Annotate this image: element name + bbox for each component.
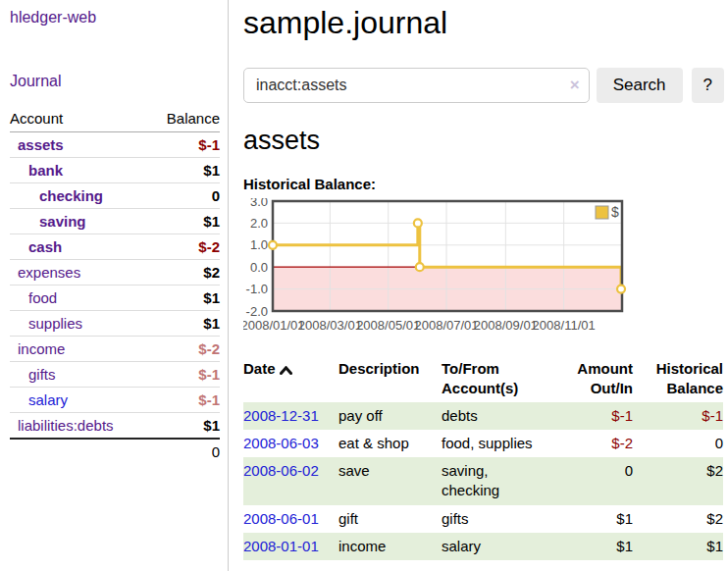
account-link[interactable]: supplies xyxy=(28,315,82,332)
account-link[interactable]: food xyxy=(28,289,57,306)
account-row: bank $1 xyxy=(10,158,220,183)
account-row: cash $-2 xyxy=(10,234,220,260)
transaction-accounts: saving, checking xyxy=(442,457,562,505)
balance-chart-container: $3.02.01.00.0-1.0-2.02008/01/012008/03/0… xyxy=(243,198,628,343)
transaction-row: 2008-06-01 gift gifts $1 $2 xyxy=(243,505,723,533)
transaction-date-link[interactable]: 2008-06-01 xyxy=(243,510,319,527)
account-row: expenses $2 xyxy=(10,260,220,286)
column-header-amount[interactable]: Amount Out/In xyxy=(562,356,633,402)
help-button[interactable]: ? xyxy=(692,68,724,103)
svg-text:2.0: 2.0 xyxy=(250,216,268,231)
account-row: gifts $-1 xyxy=(10,362,220,388)
account-heading: assets xyxy=(243,126,724,156)
transaction-balance: $2 xyxy=(633,505,723,533)
transaction-amount: $-2 xyxy=(562,430,633,457)
transaction-accounts: salary xyxy=(442,533,562,560)
account-row: salary $-1 xyxy=(10,388,220,413)
transaction-description: gift xyxy=(338,505,442,533)
transaction-date-link[interactable]: 2008-06-02 xyxy=(243,462,319,479)
svg-text:2008/03/01: 2008/03/01 xyxy=(298,318,362,333)
account-link[interactable]: salary xyxy=(28,391,68,408)
search-button[interactable]: Search xyxy=(597,68,683,103)
transaction-accounts: debts xyxy=(442,402,562,430)
account-link[interactable]: cash xyxy=(28,238,62,255)
svg-text:0.0: 0.0 xyxy=(250,260,268,275)
svg-text:-2.0: -2.0 xyxy=(246,304,268,319)
transaction-row: 2008-06-03 eat & shop food, supplies $-2… xyxy=(243,430,723,457)
sort-ascending-icon xyxy=(280,360,292,380)
transaction-amount: $1 xyxy=(562,505,633,533)
main-content: sample.journal × Search ? assets Histori… xyxy=(230,0,728,560)
column-header-date[interactable]: Date xyxy=(243,356,338,402)
account-balance: $-2 xyxy=(148,234,220,260)
account-row: food $1 xyxy=(10,286,220,311)
svg-text:1.0: 1.0 xyxy=(250,237,268,252)
historical-balance-label: Historical Balance: xyxy=(243,176,724,192)
svg-text:2008/01/01: 2008/01/01 xyxy=(243,318,305,333)
svg-text:2008/07/01: 2008/07/01 xyxy=(414,318,478,333)
transactions-table: Date Description To/From Account(s) Amou… xyxy=(243,356,723,560)
account-link[interactable]: gifts xyxy=(28,366,56,383)
account-link[interactable]: bank xyxy=(28,162,63,179)
nav-journal-link[interactable]: Journal xyxy=(10,73,61,90)
transaction-row: 2008-12-31 pay off debts $-1 $-1 xyxy=(243,402,723,430)
search-form: × Search ? xyxy=(243,68,724,103)
accounts-body: assets $-1 bank $1 checking 0 saving $1 … xyxy=(10,132,220,465)
transaction-balance: $2 xyxy=(633,457,723,505)
accounts-header-account: Account xyxy=(10,106,148,132)
account-link[interactable]: assets xyxy=(18,136,64,153)
accounts-table: Account Balance assets $-1 bank $1 check… xyxy=(10,106,220,464)
transaction-balance: $1 xyxy=(633,533,723,560)
account-balance: $1 xyxy=(148,311,220,337)
transaction-amount: $1 xyxy=(562,533,633,560)
transaction-date-link[interactable]: 2008-06-03 xyxy=(243,435,319,451)
transaction-amount: $-1 xyxy=(562,402,633,430)
account-link[interactable]: liabilities:debts xyxy=(18,417,114,434)
svg-text:3.0: 3.0 xyxy=(250,198,268,209)
transaction-balance: 0 xyxy=(633,430,723,457)
account-row: supplies $1 xyxy=(10,311,220,337)
account-row: assets $-1 xyxy=(10,132,220,158)
transaction-date-link[interactable]: 2008-12-31 xyxy=(243,407,319,424)
account-balance: $-1 xyxy=(148,132,220,158)
account-balance: $1 xyxy=(148,413,220,440)
transaction-balance: $-1 xyxy=(633,402,723,430)
account-balance: $-2 xyxy=(148,337,220,362)
brand-link[interactable]: hledger-web xyxy=(10,9,96,26)
clear-search-icon[interactable]: × xyxy=(570,76,580,95)
transaction-description: income xyxy=(338,533,442,560)
transactions-body: 2008-12-31 pay off debts $-1 $-1 2008-06… xyxy=(243,402,723,561)
transaction-accounts: food, supplies xyxy=(442,430,562,457)
account-row: liabilities:debts $1 xyxy=(10,413,220,440)
search-input[interactable] xyxy=(243,68,590,103)
svg-text:$: $ xyxy=(611,204,619,220)
account-balance: $1 xyxy=(148,286,220,311)
account-balance: $-1 xyxy=(148,362,220,388)
transaction-description: pay off xyxy=(338,402,442,430)
account-balance: $-1 xyxy=(148,388,220,413)
transaction-description: save xyxy=(338,457,442,505)
transaction-description: eat & shop xyxy=(338,430,442,457)
transaction-row: 2008-06-02 save saving, checking 0 $2 xyxy=(243,457,723,505)
account-balance: $2 xyxy=(148,260,220,286)
column-header-description[interactable]: Description xyxy=(338,356,442,402)
accounts-total: 0 xyxy=(148,439,220,464)
accounts-header-balance: Balance xyxy=(148,106,220,132)
account-balance: 0 xyxy=(148,183,220,209)
svg-text:-1.0: -1.0 xyxy=(246,282,268,296)
account-row: checking 0 xyxy=(10,183,220,209)
account-link[interactable]: saving xyxy=(39,213,86,230)
svg-text:2008/11/01: 2008/11/01 xyxy=(533,318,596,333)
account-row: income $-2 xyxy=(10,337,220,362)
column-header-accounts[interactable]: To/From Account(s) xyxy=(442,356,562,402)
transaction-date-link[interactable]: 2008-01-01 xyxy=(243,538,319,554)
account-link[interactable]: expenses xyxy=(18,264,80,281)
transactions-header-row: Date Description To/From Account(s) Amou… xyxy=(243,356,723,402)
account-link[interactable]: checking xyxy=(39,187,103,204)
svg-text:2008/09/01: 2008/09/01 xyxy=(474,318,538,333)
account-row: saving $1 xyxy=(10,209,220,234)
transaction-accounts: gifts xyxy=(442,505,562,533)
sidebar: hledger-web Journal Account Balance asse… xyxy=(0,0,229,571)
column-header-balance[interactable]: Historical Balance xyxy=(633,356,723,402)
account-link[interactable]: income xyxy=(18,340,65,357)
